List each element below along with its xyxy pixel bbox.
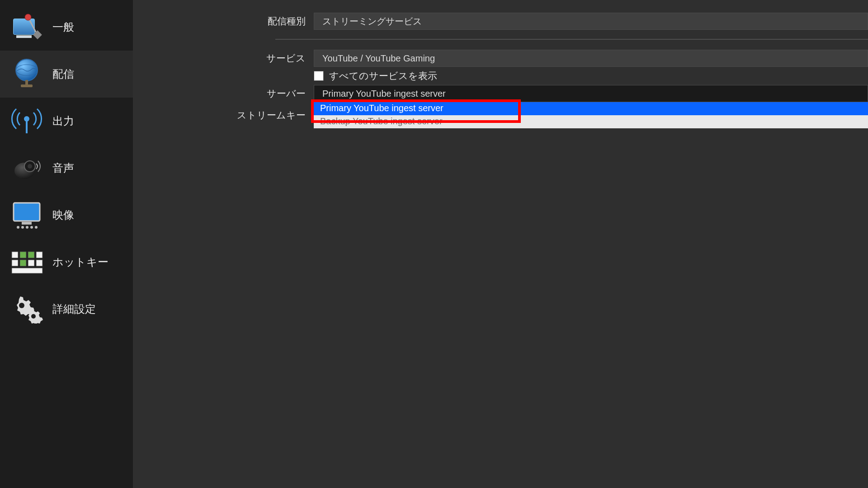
sidebar-item-stream[interactable]: 配信 bbox=[0, 51, 133, 98]
server-dropdown[interactable]: Primary YouTube ingest server Primary Yo… bbox=[314, 85, 868, 102]
server-option-backup[interactable]: Backup YouTube ingest server bbox=[314, 115, 868, 128]
settings-content: 配信種別 ストリーミングサービス サービス YouTube / YouTube … bbox=[133, 0, 868, 488]
show-all-services-row[interactable]: すべてのサービスを表示 bbox=[314, 67, 868, 85]
svg-point-31 bbox=[19, 303, 24, 308]
svg-rect-23 bbox=[20, 252, 26, 258]
svg-rect-8 bbox=[25, 80, 28, 84]
general-icon bbox=[6, 10, 47, 44]
monitor-icon bbox=[6, 198, 47, 232]
show-all-label: すべてのサービスを表示 bbox=[329, 70, 437, 82]
svg-point-21 bbox=[35, 226, 38, 229]
svg-rect-22 bbox=[12, 252, 18, 258]
sidebar-item-advanced[interactable]: 詳細設定 bbox=[0, 286, 133, 333]
server-dropdown-list: Primary YouTube ingest server Backup You… bbox=[314, 102, 868, 128]
svg-rect-28 bbox=[28, 260, 34, 266]
sidebar-item-audio[interactable]: 音声 bbox=[0, 145, 133, 192]
svg-point-19 bbox=[26, 226, 28, 229]
sidebar-item-output[interactable]: 出力 bbox=[0, 98, 133, 145]
sidebar-item-general[interactable]: 一般 bbox=[0, 4, 133, 51]
svg-point-17 bbox=[17, 226, 19, 229]
svg-rect-15 bbox=[14, 203, 40, 221]
sidebar-item-hotkeys[interactable]: ホットキー bbox=[0, 239, 133, 286]
server-select[interactable]: Primary YouTube ingest server bbox=[314, 85, 868, 102]
settings-sidebar: 一般 配信 出力 bbox=[0, 0, 133, 488]
sidebar-item-label: 配信 bbox=[52, 67, 74, 81]
server-option-primary[interactable]: Primary YouTube ingest server bbox=[314, 102, 868, 115]
stream-key-label: ストリームキー bbox=[133, 109, 314, 122]
sidebar-item-label: 一般 bbox=[52, 20, 74, 34]
svg-rect-1 bbox=[14, 19, 34, 34]
svg-point-18 bbox=[21, 226, 24, 229]
gears-icon bbox=[6, 292, 47, 326]
svg-point-32 bbox=[31, 314, 36, 319]
speaker-icon bbox=[6, 151, 47, 185]
svg-rect-24 bbox=[28, 252, 34, 258]
server-label: サーバー bbox=[133, 87, 314, 100]
svg-rect-16 bbox=[22, 222, 32, 225]
svg-rect-25 bbox=[36, 252, 42, 258]
service-label: サービス bbox=[133, 52, 314, 65]
svg-point-6 bbox=[16, 59, 38, 81]
sidebar-item-label: 詳細設定 bbox=[52, 302, 96, 316]
svg-point-4 bbox=[25, 14, 31, 20]
show-all-checkbox[interactable] bbox=[314, 71, 324, 81]
svg-rect-26 bbox=[12, 260, 18, 266]
keyboard-icon bbox=[6, 245, 47, 279]
sidebar-item-video[interactable]: 映像 bbox=[0, 192, 133, 239]
svg-point-14 bbox=[28, 164, 32, 169]
service-select[interactable]: YouTube / YouTube Gaming bbox=[314, 50, 868, 67]
sidebar-item-label: ホットキー bbox=[52, 255, 108, 269]
sidebar-item-label: 音声 bbox=[52, 161, 74, 175]
section-divider bbox=[275, 39, 868, 40]
broadcast-icon bbox=[6, 104, 47, 138]
svg-rect-27 bbox=[20, 260, 26, 266]
svg-point-20 bbox=[30, 226, 33, 229]
stream-type-select[interactable]: ストリーミングサービス bbox=[314, 13, 868, 30]
svg-rect-30 bbox=[12, 268, 42, 273]
svg-rect-29 bbox=[36, 260, 42, 266]
globe-icon bbox=[6, 57, 47, 91]
svg-rect-11 bbox=[26, 121, 28, 133]
sidebar-item-label: 出力 bbox=[52, 114, 74, 128]
stream-type-label: 配信種別 bbox=[133, 15, 314, 28]
sidebar-item-label: 映像 bbox=[52, 208, 74, 222]
svg-rect-9 bbox=[21, 84, 33, 87]
svg-rect-2 bbox=[16, 35, 32, 38]
